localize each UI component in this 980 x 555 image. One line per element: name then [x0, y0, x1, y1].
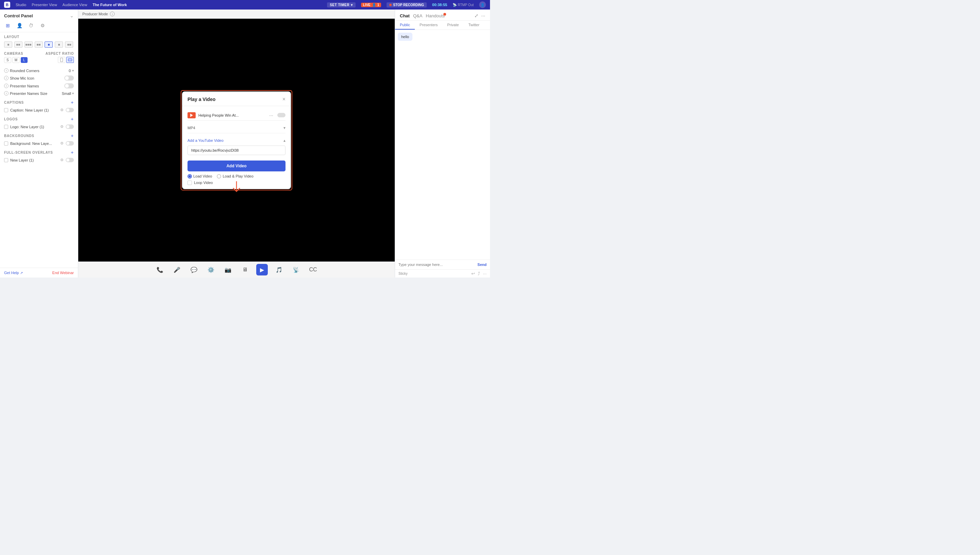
chat-more-icon[interactable]: ···	[481, 13, 485, 18]
audience-view-nav[interactable]: Audience View	[63, 3, 87, 7]
chat-tab-twitter[interactable]: Twitter	[463, 21, 484, 30]
sticky-more-icon[interactable]: ···	[483, 271, 487, 276]
sticky-reply-icon[interactable]: ↩	[471, 271, 475, 276]
layout-option-6[interactable]	[55, 42, 63, 48]
set-timer-label: SET TIMER	[330, 3, 349, 7]
add-video-button[interactable]: Add Video	[188, 160, 286, 172]
chat-input-field[interactable]	[398, 263, 475, 266]
captions-layer-checkbox[interactable]	[4, 108, 8, 112]
user-avatar[interactable]: 👤	[479, 2, 486, 8]
rounded-corners-label: Rounded Corners	[10, 69, 40, 73]
overlays-layer-settings-icon[interactable]: ⚙	[60, 158, 64, 162]
panel-collapse-button[interactable]: ⌄	[70, 13, 74, 18]
stop-recording-button[interactable]: STOP RECORDING	[387, 2, 427, 8]
sticky-share-icon[interactable]: ⤴	[478, 271, 480, 276]
broadcast-tool-button[interactable]: 📡	[290, 264, 302, 276]
chat-tab-public[interactable]: Public	[395, 21, 415, 30]
captions-layer-settings-icon[interactable]: ⚙	[60, 108, 64, 112]
modal-body: Helping People Win At... ··· MP4 ▾ Add a	[182, 106, 291, 189]
size-medium-button[interactable]: M	[12, 57, 20, 63]
chat-tool-button[interactable]: 💬	[188, 264, 200, 276]
load-video-label: Load Video	[193, 174, 212, 178]
backgrounds-layer-checkbox[interactable]	[4, 141, 8, 146]
show-mic-toggle[interactable]	[64, 75, 74, 80]
backgrounds-add-button[interactable]: +	[71, 133, 74, 138]
overlays-layer-toggle[interactable]	[66, 158, 74, 162]
chat-panel-header: Chat Q&A Handouts ⤢ ···	[395, 10, 490, 21]
layout-option-1[interactable]	[4, 42, 12, 48]
panel-header: Control Panel ⌄	[0, 10, 78, 21]
video-tool-button[interactable]: ▶	[256, 264, 268, 276]
video-more-icon[interactable]: ···	[269, 112, 273, 118]
panel-icon-people[interactable]: 👤	[16, 22, 23, 29]
layout-option-5[interactable]	[45, 42, 53, 48]
microphone-tool-button[interactable]: 🎤	[171, 264, 183, 276]
camera-tool-button[interactable]: 📷	[222, 264, 234, 276]
modal-close-button[interactable]: ×	[283, 96, 286, 103]
chat-tabs: Public Presenters Private Twitter	[395, 21, 490, 30]
chat-expand-icon[interactable]: ⤢	[474, 13, 479, 18]
screen-tool-button[interactable]: 🖥	[239, 264, 251, 276]
logos-add-button[interactable]: +	[71, 116, 74, 122]
backgrounds-layer-toggle[interactable]	[66, 141, 74, 146]
aspect-portrait-button[interactable]	[58, 57, 65, 63]
music-tool-button[interactable]: 🎵	[273, 264, 285, 276]
radio-options-row: Load Video Load & Play Video	[188, 174, 286, 178]
chat-tab-private[interactable]: Private	[442, 21, 463, 30]
layout-option-4[interactable]	[35, 42, 43, 48]
captions-add-button[interactable]: +	[71, 99, 74, 105]
overlays-layer-checkbox[interactable]	[4, 158, 8, 162]
chat-input-row: Send	[395, 260, 490, 269]
settings-tool-button[interactable]: ⚙️	[205, 264, 217, 276]
set-timer-button[interactable]: SET TIMER ▾	[327, 2, 355, 8]
live-badge: LIVE 👤 1	[361, 3, 381, 7]
layout-option-7[interactable]	[65, 42, 73, 48]
size-small-button[interactable]: S	[4, 57, 11, 63]
aspect-landscape-button[interactable]	[66, 57, 74, 63]
layout-option-2[interactable]	[14, 42, 22, 48]
load-video-radio[interactable]: Load Video	[188, 174, 212, 178]
mp4-row: MP4 ▾	[188, 124, 286, 133]
logos-layer-checkbox[interactable]	[4, 125, 8, 129]
presenter-names-size-dropdown[interactable]: Small ▾	[62, 91, 74, 96]
arrow-indicator	[230, 180, 243, 193]
end-webinar-button[interactable]: End Webinar	[52, 271, 74, 275]
rounded-corners-chevron[interactable]: ▾	[72, 69, 74, 72]
chat-header-button[interactable]: Chat	[400, 13, 410, 18]
show-mic-info-icon[interactable]: i	[4, 76, 8, 80]
youtube-section-chevron-icon[interactable]: ▴	[283, 138, 286, 143]
chat-tab-presenters[interactable]: Presenters	[415, 21, 442, 30]
mp4-chevron-icon[interactable]: ▾	[283, 125, 286, 130]
panel-icon-settings[interactable]: ⚙	[39, 22, 46, 29]
rounded-corners-info-icon[interactable]: i	[4, 68, 8, 73]
presenter-names-size-info-icon[interactable]: i	[4, 91, 8, 96]
layout-option-3[interactable]	[24, 42, 33, 48]
phone-tool-button[interactable]: 📞	[154, 264, 166, 276]
presenter-names-size-label: Presenter Names Size	[10, 91, 47, 96]
qa-header-button[interactable]: Q&A	[413, 13, 422, 18]
video-row-toggle[interactable]	[277, 113, 286, 117]
captions-tool-button[interactable]: CC	[307, 264, 319, 276]
youtube-url-input[interactable]	[188, 146, 286, 155]
panel-icon-clock[interactable]: ⏱	[27, 22, 35, 29]
load-play-video-radio[interactable]: Load & Play Video	[217, 174, 253, 178]
studio-nav[interactable]: Studio	[16, 3, 26, 7]
size-large-button[interactable]: L	[21, 57, 27, 63]
get-help-link[interactable]: Get Help	[4, 271, 19, 275]
presenter-names-info-icon[interactable]: i	[4, 83, 8, 88]
producer-mode-info-icon[interactable]: i	[110, 11, 115, 16]
overlays-add-button[interactable]: +	[71, 150, 74, 155]
handouts-header-button[interactable]: Handouts	[426, 13, 445, 18]
logos-layer-toggle[interactable]	[66, 125, 74, 129]
panel-icon-layout[interactable]: ⊞	[4, 22, 11, 29]
load-play-video-label: Load & Play Video	[223, 174, 253, 178]
backgrounds-layer-settings-icon[interactable]: ⚙	[60, 141, 64, 146]
presenter-names-toggle[interactable]	[64, 83, 74, 88]
cameras-label: CAMERAS	[4, 52, 23, 55]
presenter-view-nav[interactable]: Presenter View	[32, 3, 57, 7]
logos-layer-settings-icon[interactable]: ⚙	[60, 125, 64, 129]
overlays-layer-item: New Layer (1) ⚙	[0, 156, 78, 164]
loop-video-checkbox[interactable]	[188, 181, 192, 185]
chat-send-button[interactable]: Send	[477, 263, 487, 266]
captions-layer-toggle[interactable]	[66, 108, 74, 112]
